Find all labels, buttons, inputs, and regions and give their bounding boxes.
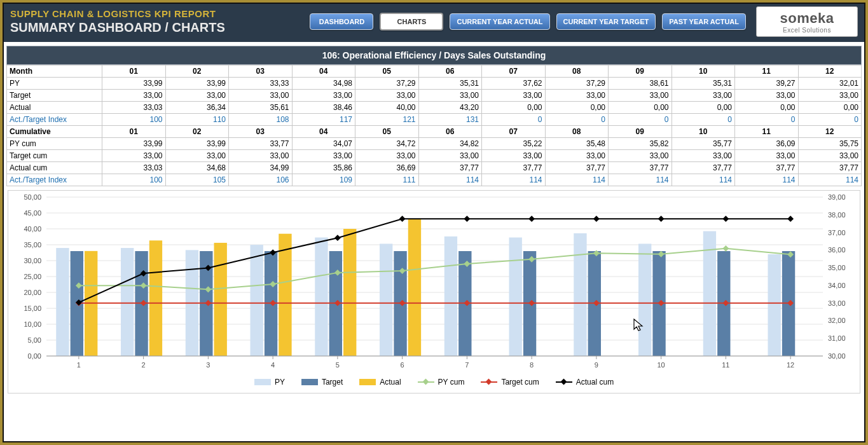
svg-rect-125 [593,216,600,222]
table-row: Actual cum 33,0334,6834,9935,8636,6937,7… [7,162,862,174]
nav-current-year-target-button[interactable]: CURRENT YEAR TARGET [556,13,656,30]
svg-rect-122 [399,216,406,222]
svg-text:11: 11 [722,361,729,369]
brand-name: someka [780,10,834,27]
header-bar: SUPPLY CHAIN & LOGISTICS KPI REPORT SUMM… [4,4,864,42]
svg-text:9: 9 [595,361,598,369]
svg-rect-60 [343,229,356,356]
table-row: Cumulative 010203040506070809101112 [7,126,862,138]
svg-rect-57 [149,240,162,356]
legend-actcum: Actual cum [556,378,614,387]
brand-logo: someka Excel Solutions [756,6,858,37]
svg-rect-58 [214,243,227,356]
svg-rect-103 [722,245,729,252]
chart-section-title: 106: Operational Efficiency / Days Sales… [6,46,862,65]
svg-text:6: 6 [401,361,404,369]
svg-text:5: 5 [336,361,340,369]
svg-text:20,00: 20,00 [24,289,41,296]
svg-rect-59 [279,234,291,356]
svg-text:31,00: 31,00 [828,334,846,342]
svg-rect-41 [638,243,651,356]
svg-rect-123 [464,216,470,222]
svg-text:2: 2 [142,361,146,369]
table-row: PY cum 33,9933,9933,7734,0734,7234,8235,… [7,138,862,150]
table-row: Target cum 33,0033,0033,0033,0033,0033,0… [7,150,862,162]
legend-pycum: PY cum [418,378,465,387]
svg-rect-127 [722,216,729,222]
svg-rect-43 [768,254,781,356]
page-subtitle: SUMMARY DASHBOARD / CHARTS [10,20,310,35]
svg-text:10: 10 [658,361,665,369]
svg-text:38,00: 38,00 [828,211,846,219]
nav-past-year-actual-button[interactable]: PAST YEAR ACTUAL [662,13,746,30]
legend-py: PY [254,378,285,387]
svg-rect-61 [408,219,421,356]
svg-rect-38 [444,236,457,356]
table-row: Target 33,0033,0033,0033,0033,0033,0033,… [7,90,862,102]
svg-text:25,00: 25,00 [24,273,41,280]
svg-text:33,00: 33,00 [828,299,846,307]
svg-text:30,00: 30,00 [828,352,846,360]
svg-text:40,00: 40,00 [24,225,41,233]
nav-current-year-actual-button[interactable]: CURRENT YEAR ACTUAL [450,13,549,30]
month-header: Month [7,65,102,78]
svg-text:35,00: 35,00 [828,264,846,271]
svg-rect-128 [787,216,794,222]
nav-charts-button[interactable]: CHARTS [380,13,443,31]
svg-rect-121 [334,235,341,241]
legend-target: Target [301,378,343,387]
svg-text:3: 3 [206,361,210,369]
svg-text:8: 8 [530,361,534,369]
svg-rect-32 [56,248,69,356]
svg-text:12: 12 [787,361,794,369]
kpi-chart: 0,005,0010,0015,0020,0025,0030,0035,0040… [8,190,860,394]
svg-text:10,00: 10,00 [24,320,41,328]
svg-rect-39 [509,238,522,356]
svg-rect-35 [251,245,263,356]
svg-rect-33 [121,248,134,356]
svg-rect-126 [658,216,665,222]
svg-text:4: 4 [271,361,275,369]
svg-text:32,00: 32,00 [828,317,846,324]
svg-rect-124 [528,216,535,222]
svg-text:7: 7 [465,361,469,369]
svg-text:36,00: 36,00 [828,246,846,254]
svg-text:35,00: 35,00 [24,241,41,249]
table-row: Month 010203040506070809101112 [7,65,862,78]
legend-tgtcum: Target cum [481,378,539,387]
monthly-table: Month 010203040506070809101112 PY 33,993… [6,65,862,186]
svg-text:37,00: 37,00 [828,229,846,236]
svg-rect-40 [574,233,586,356]
svg-text:1: 1 [77,361,81,369]
legend-actual: Actual [359,378,401,387]
table-row: PY 33,9933,9933,3334,9837,2935,3137,6237… [7,78,862,90]
table-row: Actual 33,0336,3435,6138,4640,0043,200,0… [7,102,862,114]
svg-text:45,00: 45,00 [24,209,41,217]
svg-text:30,00: 30,00 [24,257,41,264]
svg-text:39,00: 39,00 [828,193,846,201]
brand-tagline: Excel Solutions [783,27,831,34]
svg-rect-36 [315,238,327,356]
svg-text:50,00: 50,00 [24,193,41,201]
nav-dashboard-button[interactable]: DASHBOARD [310,13,373,30]
svg-text:34,00: 34,00 [828,282,846,289]
svg-text:5,00: 5,00 [28,336,41,344]
svg-text:15,00: 15,00 [24,305,41,312]
svg-text:0,00: 0,00 [28,352,41,360]
chart-legend: PY Target Actual PY cum Target cum Actua… [8,375,860,387]
report-title: SUPPLY CHAIN & LOGISTICS KPI REPORT [10,8,310,19]
header-titles: SUPPLY CHAIN & LOGISTICS KPI REPORT SUMM… [10,8,310,35]
table-row: Act./Target Index 1001101081171211310000… [7,114,862,126]
table-row: Act./Target Index 1001051061091111141141… [7,174,862,186]
nav-buttons: DASHBOARD CHARTS CURRENT YEAR ACTUAL CUR… [310,13,746,31]
cumulative-header: Cumulative [7,126,102,138]
svg-rect-37 [380,243,392,356]
